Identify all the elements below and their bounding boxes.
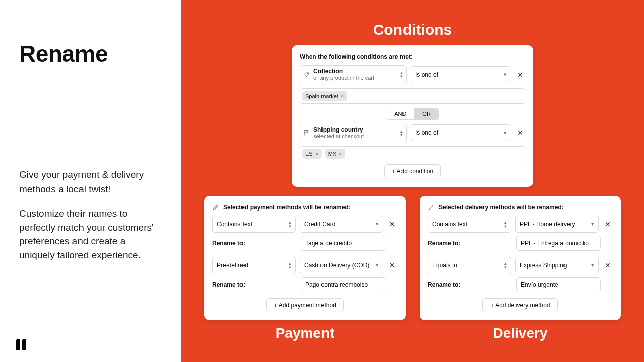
cond-attr-sub: of any product in the cart <box>313 75 400 81</box>
rename-label: Rename to: <box>428 281 512 288</box>
match-value-select[interactable]: Cash on Delivery (COD) ▾ <box>300 257 383 274</box>
rename-row: Rename to: Tarjeta de crédito <box>212 236 397 251</box>
left-panel: Rename Give your payment & delivery meth… <box>0 0 181 362</box>
close-icon: ✕ <box>605 220 611 228</box>
brand-logo <box>16 339 26 350</box>
close-icon: ✕ <box>389 261 395 269</box>
chevron-down-icon: ▾ <box>504 73 507 77</box>
match-value: Credit Card <box>304 221 335 228</box>
logic-toggle: AND OR <box>300 108 525 120</box>
pencil-icon <box>428 204 435 211</box>
delivery-rule-row: Contains text ▴▾ PPL - Home delivery ▾ ✕ <box>428 216 613 233</box>
match-type-select[interactable]: Equals to ▴▾ <box>428 257 511 274</box>
match-type: Contains text <box>432 221 467 228</box>
rename-label: Rename to: <box>428 240 512 247</box>
match-value: Cash on Delivery (COD) <box>304 262 369 269</box>
chevron-updown-icon: ▴▾ <box>400 71 403 78</box>
match-type-select[interactable]: Pre-defined ▴▾ <box>212 257 296 274</box>
cond-attr-title: Shipping country <box>313 126 400 133</box>
close-icon: ✕ <box>605 261 611 269</box>
cond-operator: Is one of <box>415 71 438 78</box>
cond-operator: Is one of <box>415 129 438 136</box>
chevron-updown-icon: ▴▾ <box>504 221 507 228</box>
remove-rule-button[interactable]: ✕ <box>387 260 397 270</box>
svg-point-0 <box>308 73 309 74</box>
add-condition-button[interactable]: + Add condition <box>384 164 441 178</box>
condition-attribute-select[interactable]: Collection of any product in the cart ▴▾ <box>300 65 407 84</box>
conditions-header: When the following conditions are met: <box>300 53 525 60</box>
rename-value: PPL - Entrega a domicilio <box>521 240 589 247</box>
match-type-select[interactable]: Contains text ▴▾ <box>212 216 296 233</box>
payment-rule-row: Pre-defined ▴▾ Cash on Delivery (COD) ▾ … <box>212 257 397 274</box>
remove-condition-button[interactable]: ✕ <box>515 70 525 80</box>
match-value-select[interactable]: Express Shipping ▾ <box>515 257 599 274</box>
chevron-updown-icon: ▴▾ <box>400 130 403 137</box>
rename-label: Rename to: <box>212 240 297 247</box>
delivery-title: Delivery <box>420 325 621 341</box>
rename-value: Pago contra reembolso <box>305 281 368 288</box>
chevron-down-icon: ▾ <box>504 131 507 135</box>
value-tag[interactable]: ES ✕ <box>302 149 322 159</box>
logic-or[interactable]: OR <box>414 108 439 119</box>
condition-values-input[interactable]: Spain market ✕ <box>300 88 525 104</box>
rename-value: Tarjeta de crédito <box>305 240 352 247</box>
pencil-icon <box>212 204 219 211</box>
chevron-updown-icon: ▴▾ <box>289 262 291 269</box>
add-delivery-method-button[interactable]: + Add delivery method <box>482 298 557 312</box>
chevron-down-icon: ▾ <box>591 222 594 226</box>
condition-operator-select[interactable]: Is one of ▾ <box>411 66 511 83</box>
tag-remove-icon[interactable]: ✕ <box>338 151 342 157</box>
rename-input[interactable]: Pago contra reembolso <box>301 277 385 292</box>
intro-para-2: Customize their names to perfectly match… <box>19 207 162 262</box>
condition-operator-select[interactable]: Is one of ▾ <box>411 124 511 141</box>
chevron-down-icon: ▾ <box>376 263 379 267</box>
bottom-row: Selected payment methods will be renamed… <box>201 196 624 320</box>
logic-and[interactable]: AND <box>386 108 414 119</box>
cond-attr-title: Collection <box>313 68 400 75</box>
right-panel: Conditions When the following conditions… <box>181 0 644 362</box>
tag-remove-icon[interactable]: ✕ <box>315 151 319 157</box>
match-value-select[interactable]: Credit Card ▾ <box>300 216 383 233</box>
condition-values-input[interactable]: ES ✕ MX ✕ <box>300 146 525 161</box>
tag-remove-icon[interactable]: ✕ <box>340 93 344 99</box>
payment-header: Selected payment methods will be renamed… <box>223 204 351 211</box>
remove-rule-button[interactable]: ✕ <box>603 219 613 229</box>
remove-rule-button[interactable]: ✕ <box>387 219 397 229</box>
value-tag[interactable]: MX ✕ <box>325 149 346 159</box>
match-type: Contains text <box>217 221 252 228</box>
rename-input[interactable]: PPL - Entrega a domicilio <box>516 236 601 251</box>
rename-row: Rename to: PPL - Entrega a domicilio <box>428 236 613 251</box>
match-type: Equals to <box>432 262 457 269</box>
payment-card: Selected payment methods will be renamed… <box>204 196 406 320</box>
rename-input[interactable]: Envío urgente <box>516 277 601 292</box>
tag-label: Spain market <box>305 93 338 99</box>
match-type: Pre-defined <box>217 262 248 269</box>
tag-label: MX <box>328 151 337 157</box>
remove-condition-button[interactable]: ✕ <box>515 128 525 138</box>
delivery-card: Selected delivery methods will be rename… <box>420 196 621 320</box>
value-tag[interactable]: Spain market ✕ <box>302 91 347 101</box>
chevron-updown-icon: ▴▾ <box>289 221 291 228</box>
match-value: Express Shipping <box>520 262 567 269</box>
match-value: PPL - Home delivery <box>520 221 575 228</box>
rename-row: Rename to: Envío urgente <box>428 277 613 292</box>
match-value-select[interactable]: PPL - Home delivery ▾ <box>515 216 599 233</box>
cond-attr-sub: selected at checkout <box>313 133 400 140</box>
close-icon: ✕ <box>517 129 523 137</box>
delivery-header: Selected delivery methods will be rename… <box>439 204 564 211</box>
close-icon: ✕ <box>517 71 523 79</box>
tag-icon <box>303 71 310 78</box>
page-title: Rename <box>19 40 162 67</box>
rename-row: Rename to: Pago contra reembolso <box>212 277 397 292</box>
add-payment-method-button[interactable]: + Add payment method <box>266 298 344 312</box>
match-type-select[interactable]: Contains text ▴▾ <box>428 216 511 233</box>
chevron-updown-icon: ▴▾ <box>504 262 507 269</box>
tag-label: ES <box>305 151 313 157</box>
condition-attribute-select[interactable]: Shipping country selected at checkout ▴▾ <box>300 124 407 143</box>
bottom-titles: Payment Delivery <box>201 320 624 341</box>
remove-rule-button[interactable]: ✕ <box>603 260 613 270</box>
rename-input[interactable]: Tarjeta de crédito <box>301 236 385 251</box>
condition-row: Shipping country selected at checkout ▴▾… <box>300 124 525 143</box>
intro-para-1: Give your payment & delivery methods a l… <box>19 168 162 196</box>
payment-rule-row: Contains text ▴▾ Credit Card ▾ ✕ <box>212 216 397 233</box>
